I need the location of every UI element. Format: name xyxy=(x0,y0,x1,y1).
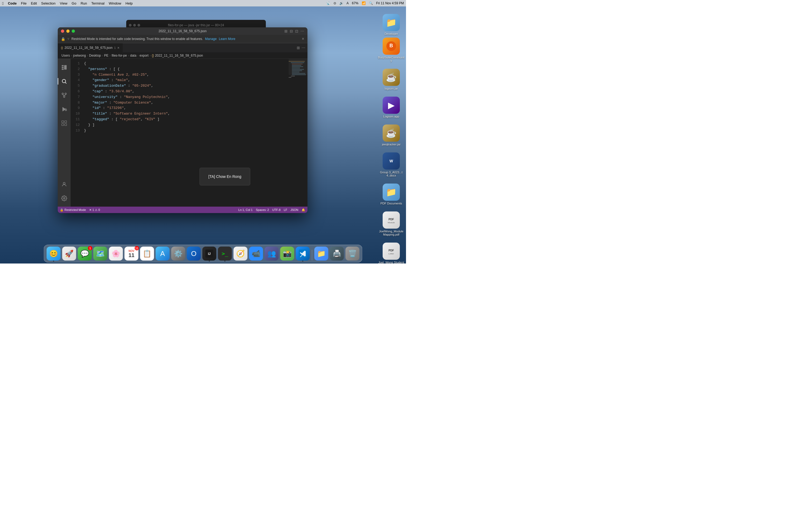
apple-menu[interactable]:  xyxy=(2,1,3,6)
desktop-icon-jeeq-jar[interactable]: ☕ jeeqtracker.jar xyxy=(378,124,405,146)
tab-json-file[interactable]: {} 2022_11_11_16_58_59_675.json 1 × xyxy=(58,43,123,52)
activity-run[interactable] xyxy=(58,103,71,116)
desktop-icon-pdf-documents[interactable]: 📁 PDF Documents xyxy=(378,183,405,205)
status-spaces[interactable]: Spaces: 2 xyxy=(256,208,269,212)
status-restricted-mode[interactable]: 🔒 Restricted Mode xyxy=(60,208,86,212)
svg-rect-17 xyxy=(65,121,67,123)
dock-printer[interactable]: 🖨️ xyxy=(330,246,344,260)
code-line-5: "graduationDate" : "05-2024", xyxy=(84,83,286,89)
more-icon[interactable]: ⋯ xyxy=(301,29,304,33)
dock-appstore[interactable]: A xyxy=(156,246,170,260)
status-position[interactable]: Ln 1, Col 1 xyxy=(238,208,253,212)
svg-point-15 xyxy=(65,109,67,111)
desktop-icon-burpsuite[interactable]: B BurpSuiteCommunity xyxy=(378,37,405,62)
desktop-icon-group-docx[interactable]: W Group 3_A023...t 4..docx xyxy=(378,152,405,177)
breadcrumb-export[interactable]: export xyxy=(140,54,148,57)
menubar-airplay[interactable]: 📡 xyxy=(326,1,330,5)
dock-terminal[interactable]: >_ xyxy=(218,246,232,260)
dock-zoom[interactable]: 📹 xyxy=(249,246,263,260)
menubar-run[interactable]: Run xyxy=(81,1,87,5)
breadcrumb-data[interactable]: data xyxy=(130,54,136,57)
desktop-icon-student-letter[interactable]: PDF Letter Joel_Wong Student Letter.pdf xyxy=(378,243,405,264)
restricted-learn-more-link[interactable]: Learn More xyxy=(219,37,235,41)
activity-settings[interactable] xyxy=(58,192,71,205)
code-content[interactable]: { "persons" : [ { "n Clementi Ave 2, #02… xyxy=(82,59,286,207)
status-line-ending[interactable]: LF xyxy=(284,208,287,212)
breadcrumb-files-for-pe[interactable]: files-for-pe xyxy=(112,54,127,57)
split-editor-icon[interactable]: ⊞ xyxy=(284,29,288,33)
code-line-3: "n Clementi Ave 2, #02-25", xyxy=(84,72,286,78)
svg-rect-5 xyxy=(64,65,67,70)
menubar-edit[interactable]: Edit xyxy=(31,1,37,5)
svg-rect-19 xyxy=(65,124,67,125)
dock-safari[interactable]: 🧭 xyxy=(234,246,248,260)
dock-teams[interactable]: 👥 xyxy=(265,246,279,260)
menubar-selection[interactable]: Selection xyxy=(41,1,55,5)
window-minimize[interactable] xyxy=(66,30,70,33)
layout-icon[interactable]: ⊟ xyxy=(290,29,293,33)
dock-photos[interactable]: 🌸 xyxy=(109,246,123,260)
restricted-manage-link[interactable]: Manage xyxy=(205,37,217,41)
menubar-help[interactable]: Help xyxy=(126,1,133,5)
menubar-search[interactable]: 🔍 xyxy=(369,1,373,5)
more-actions-icon[interactable]: ⋯ xyxy=(302,46,305,50)
split-view-icon[interactable]: ⊞ xyxy=(297,46,300,50)
activity-search[interactable] xyxy=(58,75,71,88)
menubar-input[interactable]: A xyxy=(347,1,349,5)
activity-source-control[interactable] xyxy=(58,89,71,102)
activity-explorer[interactable] xyxy=(58,61,71,74)
dock-intellij[interactable]: IJ xyxy=(202,246,216,260)
dock-system-prefs[interactable]: ⚙️ xyxy=(171,246,185,260)
dock-messages[interactable]: 💬 1 xyxy=(78,246,92,260)
breadcrumb: Users › joelwong › Desktop › PE › files-… xyxy=(58,52,307,59)
breadcrumb-pe[interactable]: PE xyxy=(104,54,108,57)
breadcrumb-desktop[interactable]: Desktop xyxy=(89,54,101,57)
status-notifications[interactable]: 🔔 xyxy=(302,208,305,212)
status-errors[interactable]: ✕ 1 ⚠ 0 xyxy=(89,208,100,212)
dock-photo-booth[interactable]: 📸 xyxy=(280,246,294,260)
tab-close-button[interactable]: × xyxy=(117,46,119,50)
menubar-volume[interactable]: 🔊 xyxy=(339,1,344,5)
status-language[interactable]: JSON xyxy=(291,208,298,212)
menubar-wifi[interactable]: 📶 xyxy=(362,1,366,5)
window-maximize[interactable] xyxy=(72,30,75,33)
dock-reminders[interactable]: 📋 xyxy=(140,246,154,260)
desktop-icon-logisim-app[interactable]: ▶ Logisim.app xyxy=(378,96,405,118)
breadcrumb-joelwong[interactable]: joelwong xyxy=(73,54,86,57)
banner-close-button[interactable]: × xyxy=(302,36,304,41)
desktop-icon-module-mapping-label: JoelWong_Module Mapping.pdf xyxy=(378,230,405,236)
dock-vscode-dot xyxy=(302,260,303,261)
editor-container: 1 2 3 4 5 6 7 8 9 10 11 12 13 { "persons xyxy=(58,59,307,207)
dock-terminal-dot xyxy=(224,260,226,261)
status-spaces-text: Spaces: 2 xyxy=(256,208,269,211)
activity-account[interactable] xyxy=(58,178,71,191)
menubar-view[interactable]: View xyxy=(60,1,68,5)
desktop-icon-module-mapping[interactable]: PDF Module JoelWong_Module Mapping.pdf xyxy=(378,211,405,236)
dock-calendar[interactable]: NOV 11 11 xyxy=(125,246,139,260)
menubar-window[interactable]: Window xyxy=(109,1,121,5)
status-encoding[interactable]: UTF-8 xyxy=(272,208,280,212)
desktop-icon-developer[interactable]: 📁 Developer xyxy=(378,14,405,35)
menubar-control-center[interactable]: ⊙ xyxy=(334,1,336,5)
dock-outlook[interactable]: O xyxy=(187,246,201,260)
menubar-file[interactable]: File xyxy=(21,1,27,5)
activity-extensions[interactable] xyxy=(58,117,71,130)
dock-trash[interactable]: 🗑️ xyxy=(346,246,360,260)
breadcrumb-users[interactable]: Users xyxy=(61,54,70,57)
menubar-terminal[interactable]: Terminal xyxy=(91,1,104,5)
dock-maps[interactable]: 🗺️ xyxy=(93,246,107,260)
menubar-app[interactable]: Code xyxy=(8,1,17,5)
error-icon: ✕ xyxy=(89,208,91,212)
dock-vscode[interactable] xyxy=(296,246,310,260)
desktop-icon-logisim-jar[interactable]: ☕ logisim.jar xyxy=(378,69,405,90)
breadcrumb-filename[interactable]: 2022_11_11_16_58_59_675.json xyxy=(155,54,203,57)
panel-icon[interactable]: ⊡ xyxy=(295,29,298,33)
dock-launchpad[interactable]: 🚀 xyxy=(62,246,76,260)
editor-area[interactable]: 1 2 3 4 5 6 7 8 9 10 11 12 13 { "persons xyxy=(71,59,307,207)
window-close[interactable] xyxy=(61,30,64,33)
dock: 😊 🚀 💬 1 🗺️ 🌸 NOV 11 11 📋 A ⚙️ O IJ xyxy=(44,245,362,262)
menubar-go[interactable]: Go xyxy=(72,1,76,5)
dock-finder[interactable]: 😊 xyxy=(47,246,61,260)
dock-files[interactable]: 📁 xyxy=(315,246,329,260)
svg-point-21 xyxy=(63,197,65,199)
